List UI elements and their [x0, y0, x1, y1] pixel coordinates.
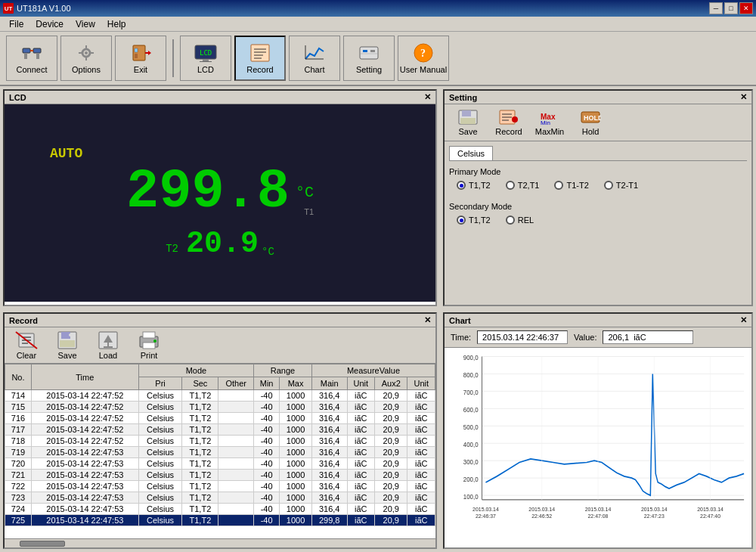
table-row[interactable]: 721 2015-03-14 22:47:53 Celsius T1,T2 -4… — [5, 470, 435, 481]
svg-rect-60 — [143, 343, 155, 349]
setting-maxmin-button[interactable]: Max Min MaxMin — [531, 109, 569, 136]
svg-rect-52 — [60, 340, 75, 347]
svg-text:Min: Min — [541, 119, 550, 126]
maximize-button[interactable]: □ — [724, 2, 738, 14]
svg-rect-29 — [370, 50, 375, 52]
secondary-mode-label: Secondary Mode — [449, 202, 747, 211]
record-table-container[interactable]: No. Time Mode Range MeasureValue Pri Sec… — [5, 364, 435, 538]
svg-rect-20 — [251, 45, 269, 61]
primary-t1t2[interactable]: T1,T2 — [457, 181, 491, 190]
primary-mode-group: T1,T2 T2,T1 T1-T2 T2-T1 — [457, 181, 747, 190]
table-row[interactable]: 715 2015-03-14 22:47:52 Celsius T1,T2 -4… — [5, 402, 435, 413]
primary-t2t1[interactable]: T2,T1 — [506, 181, 540, 190]
setting-hold-label: Hold — [582, 127, 600, 136]
setting-tab-area: Celsius Primary Mode T1,T2 T2,T1 — [445, 141, 751, 237]
save-rec-button[interactable]: Save — [48, 330, 86, 360]
connect-button[interactable]: Connect — [6, 36, 57, 81]
secondary-mode-section: Secondary Mode T1,T2 REL — [449, 202, 747, 225]
svg-marker-15 — [148, 51, 151, 55]
svg-text:300,0: 300,0 — [463, 457, 479, 466]
svg-text:22:46:37: 22:46:37 — [476, 512, 496, 519]
svg-rect-59 — [143, 332, 155, 338]
menu-device[interactable]: Device — [29, 17, 70, 31]
secondary-t1t2[interactable]: T1,T2 — [457, 216, 491, 225]
print-button[interactable]: Print — [130, 330, 168, 360]
setting-save-button[interactable]: Save — [449, 109, 487, 136]
table-row[interactable]: 714 2015-03-14 22:47:52 Celsius T1,T2 -4… — [5, 390, 435, 402]
table-row[interactable]: 724 2015-03-14 22:47:53 Celsius T1,T2 -4… — [5, 504, 435, 515]
table-row[interactable]: 718 2015-03-14 22:47:52 Celsius T1,T2 -4… — [5, 436, 435, 447]
secondary-rel[interactable]: REL — [506, 216, 534, 225]
setting-record-button[interactable]: Record — [490, 109, 528, 136]
svg-text:200,0: 200,0 — [463, 475, 479, 483]
svg-text:?: ? — [420, 48, 426, 59]
table-row[interactable]: 716 2015-03-14 22:47:52 Celsius T1,T2 -4… — [5, 413, 435, 424]
setting-close-button[interactable]: ✕ — [740, 92, 747, 102]
chart-value-value: 206,1 iãC — [603, 330, 693, 344]
horizontal-scrollbar[interactable] — [5, 538, 435, 547]
primary-t2-t1[interactable]: T2-T1 — [604, 181, 638, 190]
lcd-main-value: 299.8 — [126, 165, 290, 219]
col-unit2: Unit — [407, 377, 435, 390]
radio-secondary-rel-dot — [506, 216, 515, 225]
chart-icon — [302, 42, 327, 64]
col-aux2: Aux2 — [374, 377, 407, 390]
radio-primary-t1t2-dot — [457, 181, 466, 190]
svg-rect-1 — [33, 48, 41, 53]
clear-button[interactable]: Clear — [8, 330, 45, 360]
window-title: UT181A V1.00 — [17, 4, 71, 13]
table-row[interactable]: 717 2015-03-14 22:47:52 Celsius T1,T2 -4… — [5, 424, 435, 436]
menu-help[interactable]: Help — [101, 17, 132, 31]
svg-rect-35 — [460, 118, 476, 124]
primary-t1-t2[interactable]: T1-T2 — [554, 181, 588, 190]
radio-primary-t1-t2-dot — [554, 181, 563, 190]
usermanual-label: User Manual — [400, 65, 447, 74]
minimize-button[interactable]: ─ — [709, 2, 723, 14]
col-measure: MeasureValue — [311, 364, 435, 377]
record-close-button[interactable]: ✕ — [424, 315, 431, 325]
chart-button[interactable]: Chart — [289, 36, 340, 81]
table-row[interactable]: 723 2015-03-14 22:47:53 Celsius T1,T2 -4… — [5, 492, 435, 504]
options-button[interactable]: Options — [60, 36, 112, 81]
chart-close-button[interactable]: ✕ — [740, 315, 747, 325]
setting-hold-button[interactable]: HOLD Hold — [572, 109, 609, 136]
svg-rect-34 — [462, 110, 471, 116]
svg-text:600,0: 600,0 — [463, 405, 479, 414]
record-toolbar: Clear Save — [5, 327, 435, 364]
chart-time-value: 2015.03.14 22:46:37 — [477, 330, 568, 344]
table-row[interactable]: 719 2015-03-14 22:47:53 Celsius T1,T2 -4… — [5, 447, 435, 458]
table-row[interactable]: 722 2015-03-14 22:47:53 Celsius T1,T2 -4… — [5, 481, 435, 492]
tab-celsius[interactable]: Celsius — [449, 146, 493, 160]
table-row[interactable]: 725 2015-03-14 22:47:53 Celsius T1,T2 -4… — [5, 515, 435, 526]
col-no: No. — [5, 364, 32, 390]
load-button[interactable]: Load — [89, 330, 127, 360]
tab-bar: Celsius — [449, 146, 747, 161]
usermanual-button[interactable]: ? User Manual — [398, 36, 449, 81]
primary-mode-label: Primary Mode — [449, 167, 747, 176]
lcd-content: AUTO 299.8 °C T1 T2 20.9 °C — [5, 104, 435, 302]
save-rec-label: Save — [57, 351, 76, 360]
bottom-panels: Record ✕ Clear — [0, 309, 756, 552]
col-other: Other — [218, 377, 254, 390]
menu-view[interactable]: View — [70, 17, 101, 31]
lcd-button[interactable]: LCD LCD — [180, 36, 231, 81]
lcd-close-button[interactable]: ✕ — [424, 92, 431, 102]
table-row[interactable]: 720 2015-03-14 22:47:53 Celsius T1,T2 -4… — [5, 458, 435, 470]
close-button[interactable]: ✕ — [739, 2, 753, 14]
menu-file[interactable]: File — [3, 17, 29, 31]
col-min: Min — [254, 377, 280, 390]
svg-text:700,0: 700,0 — [463, 388, 479, 396]
setting-button[interactable]: Setting — [343, 36, 395, 81]
record-button[interactable]: Record — [234, 36, 286, 81]
svg-rect-28 — [363, 50, 367, 52]
lcd-main-row: 299.8 °C T1 — [20, 165, 420, 219]
record-table: No. Time Mode Range MeasureValue Pri Sec… — [5, 364, 435, 526]
radio-primary-t2t1-dot — [506, 181, 515, 190]
exit-button[interactable]: Exit — [115, 36, 166, 81]
svg-text:100,0: 100,0 — [463, 492, 479, 501]
svg-text:22:47:08: 22:47:08 — [588, 512, 609, 519]
svg-text:900,0: 900,0 — [463, 354, 479, 362]
options-icon — [74, 42, 98, 64]
menu-bar: File Device View Help — [0, 17, 756, 32]
chart-svg: 100,0 200,0 300,0 400,0 500,0 600,0 700,… — [445, 348, 751, 547]
